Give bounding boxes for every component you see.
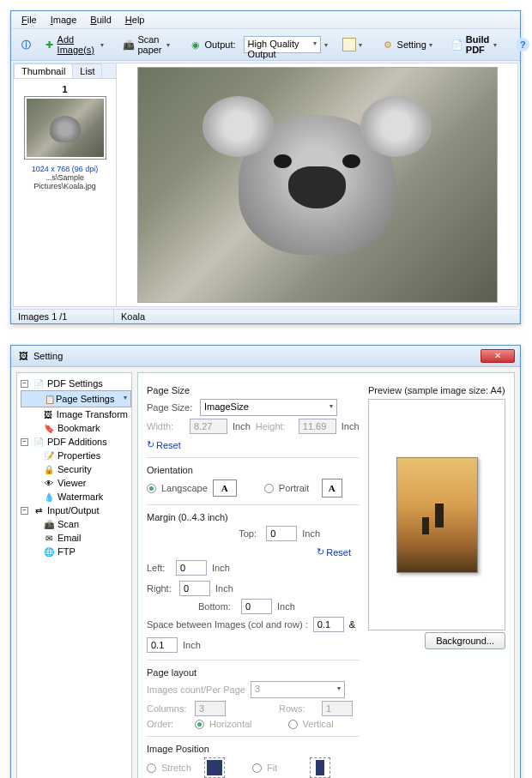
count-label: Images count/Per Page (147, 685, 245, 695)
tab-thumbnail[interactable]: Thumbnail (14, 63, 73, 78)
tree-properties[interactable]: 📝Properties (21, 449, 128, 462)
fit-label: Fit (267, 763, 305, 773)
pdf-icon: 📄 (33, 377, 45, 389)
height-unit: Inch (342, 421, 360, 431)
scan-label: Scan paper (137, 34, 163, 55)
portrait-radio[interactable] (264, 484, 274, 493)
reset-size-button[interactable]: ↻Reset (147, 439, 181, 450)
menubar: File Image Build Help (11, 11, 520, 29)
app-icon: 🖼 (16, 349, 30, 363)
output-quality-select[interactable]: High Quality Output (244, 36, 321, 53)
page-size-select[interactable]: ImageSize (200, 399, 337, 416)
portrait-icon: A (322, 479, 342, 498)
chevron-down-icon: ▾ (100, 41, 104, 49)
ftp-icon: 🌐 (43, 546, 55, 558)
thumbnail-area: 1 1024 x 768 (96 dpi) ...s\Sample Pictur… (14, 79, 116, 306)
tree-email[interactable]: ✉Email (21, 531, 128, 545)
collapse-icon[interactable]: − (21, 438, 28, 446)
fit-swatch (310, 757, 330, 778)
right-label: Right: (147, 583, 174, 594)
tree-pdf-settings[interactable]: −📄PDF Settings (21, 377, 128, 390)
gear-icon: ⚙ (381, 38, 395, 51)
tree-image-transform[interactable]: 🖼Image Transform (21, 407, 128, 421)
top-label: Top: (239, 528, 261, 539)
landscape-icon: A (213, 479, 237, 497)
settings-tree: −📄PDF Settings 📋Page Settings 🖼Image Tra… (16, 372, 132, 778)
margin-heading: Margin (0..4.3 inch) (147, 512, 360, 522)
email-icon: ✉ (43, 532, 55, 544)
portrait-label: Portrait (279, 483, 317, 493)
pdf-icon: 📄 (451, 38, 463, 51)
orientation-heading: Orientation (147, 465, 360, 475)
main-window: File Image Build Help ⓘ ✚ Add Image(s) ▾… (10, 10, 521, 324)
bottom-label: Bottom: (198, 601, 236, 612)
color-swatch-icon (342, 38, 356, 51)
pdf-icon: 📄 (33, 436, 45, 448)
reset-margin-button[interactable]: ↻Reset (317, 546, 351, 558)
titlebar: 🖼 Setting ✕ (11, 346, 520, 367)
dialog-body: −📄PDF Settings 📋Page Settings 🖼Image Tra… (11, 367, 520, 778)
setting-button[interactable]: ⚙ Setting ▾ (377, 35, 437, 54)
close-button[interactable]: ✕ (481, 349, 515, 363)
scan-paper-button[interactable]: 📠 Scan paper ▾ (118, 32, 173, 57)
menu-image[interactable]: Image (45, 13, 82, 27)
left-input[interactable] (176, 560, 207, 576)
tree-scan[interactable]: 📠Scan (21, 517, 128, 531)
image-viewport[interactable] (117, 63, 517, 306)
dialog-title: Setting (33, 351, 63, 361)
build-pdf-button[interactable]: 📄 Build PDF ▾ (447, 32, 502, 57)
chevron-down-icon[interactable]: ▾ (324, 41, 328, 49)
space-col-input[interactable] (313, 617, 344, 632)
preview-box (368, 399, 505, 630)
menu-help[interactable]: Help (120, 13, 150, 27)
help-button[interactable]: ? (511, 35, 532, 54)
background-button[interactable]: Background... (425, 632, 505, 649)
tab-list[interactable]: List (72, 63, 102, 78)
horizontal-label: Horizontal (209, 719, 252, 729)
count-select: 3 (251, 681, 345, 698)
output-label: Output: (205, 39, 236, 50)
sidebar-tabs: Thumbnail List (14, 63, 116, 79)
statusbar: Images 1 /1 Koala (11, 309, 520, 323)
thumbnail-index: 1 (19, 84, 111, 94)
watermark-icon: 💧 (43, 491, 55, 503)
space-row-input[interactable] (147, 637, 178, 653)
thumbnail-item[interactable] (24, 96, 106, 160)
landscape-radio[interactable] (147, 484, 156, 493)
top-input[interactable] (266, 526, 297, 541)
settings-dialog: 🖼 Setting ✕ −📄PDF Settings 📋Page Setting… (10, 345, 521, 778)
collapse-icon[interactable]: − (21, 380, 28, 388)
toolbar: ⓘ ✚ Add Image(s) ▾ 📠 Scan paper ▾ ◉ Outp… (11, 29, 520, 61)
tree-input-output[interactable]: −⇄Input/Output (21, 504, 128, 517)
tree-pdf-additions[interactable]: −📄PDF Additions (21, 435, 128, 449)
chevron-down-icon: ▾ (166, 41, 170, 49)
rows-input (322, 701, 353, 716)
tree-watermark[interactable]: 💧Watermark (21, 490, 128, 504)
menu-build[interactable]: Build (85, 13, 116, 27)
tree-security[interactable]: 🔒Security (21, 462, 128, 476)
bottom-input[interactable] (241, 599, 272, 614)
fit-radio[interactable] (252, 763, 262, 773)
stretch-radio[interactable] (147, 763, 156, 773)
tree-ftp[interactable]: 🌐FTP (21, 545, 128, 558)
tree-bookmark[interactable]: 🔖Bookmark (21, 421, 128, 435)
right-input[interactable] (179, 581, 210, 596)
preview-image (137, 67, 498, 303)
page-size-heading: Page Size (147, 385, 360, 395)
color-picker[interactable]: ▾ (338, 35, 366, 54)
menu-file[interactable]: File (16, 13, 42, 27)
page-size-label: Page Size: (147, 402, 195, 413)
info-button[interactable]: ⓘ (15, 35, 37, 54)
landscape-label: Langscape (161, 483, 208, 493)
add-images-button[interactable]: ✚ Add Image(s) ▾ (40, 32, 108, 57)
collapse-icon[interactable]: − (21, 507, 28, 515)
width-label: Width: (147, 421, 184, 431)
width-unit: Inch (233, 421, 251, 431)
chevron-down-icon: ▾ (493, 41, 497, 49)
settings-panel: Page Size Page Size: ImageSize Width: In… (137, 372, 515, 778)
horizontal-radio (195, 720, 204, 729)
tree-page-settings[interactable]: 📋Page Settings (21, 390, 131, 407)
tree-viewer[interactable]: 👁Viewer (21, 476, 128, 490)
chevron-down-icon: ▾ (429, 41, 432, 49)
output-icon: ◉ (189, 38, 203, 51)
